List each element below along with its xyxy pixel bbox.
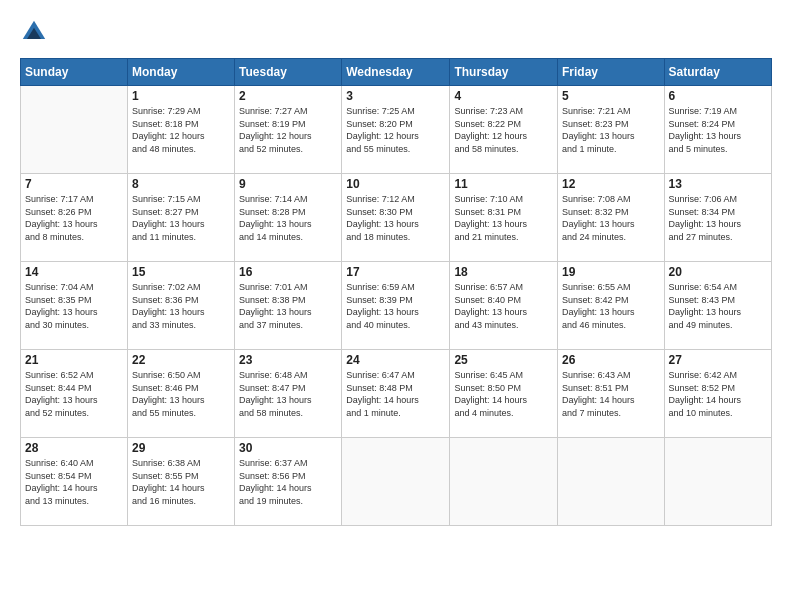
calendar-cell: 14Sunrise: 7:04 AM Sunset: 8:35 PM Dayli… <box>21 262 128 350</box>
day-number: 26 <box>562 353 660 367</box>
day-info: Sunrise: 7:12 AM Sunset: 8:30 PM Dayligh… <box>346 193 445 243</box>
day-info: Sunrise: 6:59 AM Sunset: 8:39 PM Dayligh… <box>346 281 445 331</box>
day-info: Sunrise: 7:08 AM Sunset: 8:32 PM Dayligh… <box>562 193 660 243</box>
calendar-cell <box>557 438 664 526</box>
calendar-cell: 13Sunrise: 7:06 AM Sunset: 8:34 PM Dayli… <box>664 174 771 262</box>
day-info: Sunrise: 7:15 AM Sunset: 8:27 PM Dayligh… <box>132 193 230 243</box>
day-number: 13 <box>669 177 767 191</box>
day-number: 5 <box>562 89 660 103</box>
calendar-cell: 27Sunrise: 6:42 AM Sunset: 8:52 PM Dayli… <box>664 350 771 438</box>
calendar-cell: 18Sunrise: 6:57 AM Sunset: 8:40 PM Dayli… <box>450 262 558 350</box>
calendar-cell: 24Sunrise: 6:47 AM Sunset: 8:48 PM Dayli… <box>342 350 450 438</box>
day-number: 2 <box>239 89 337 103</box>
calendar-cell: 23Sunrise: 6:48 AM Sunset: 8:47 PM Dayli… <box>235 350 342 438</box>
day-number: 27 <box>669 353 767 367</box>
calendar-cell: 25Sunrise: 6:45 AM Sunset: 8:50 PM Dayli… <box>450 350 558 438</box>
calendar-cell: 2Sunrise: 7:27 AM Sunset: 8:19 PM Daylig… <box>235 86 342 174</box>
calendar-cell: 29Sunrise: 6:38 AM Sunset: 8:55 PM Dayli… <box>127 438 234 526</box>
calendar-header-sunday: Sunday <box>21 59 128 86</box>
day-number: 12 <box>562 177 660 191</box>
main-container: SundayMondayTuesdayWednesdayThursdayFrid… <box>0 0 792 536</box>
day-info: Sunrise: 6:43 AM Sunset: 8:51 PM Dayligh… <box>562 369 660 419</box>
calendar-week-row: 14Sunrise: 7:04 AM Sunset: 8:35 PM Dayli… <box>21 262 772 350</box>
calendar-cell: 17Sunrise: 6:59 AM Sunset: 8:39 PM Dayli… <box>342 262 450 350</box>
calendar-cell: 19Sunrise: 6:55 AM Sunset: 8:42 PM Dayli… <box>557 262 664 350</box>
day-info: Sunrise: 7:10 AM Sunset: 8:31 PM Dayligh… <box>454 193 553 243</box>
calendar-cell: 10Sunrise: 7:12 AM Sunset: 8:30 PM Dayli… <box>342 174 450 262</box>
day-info: Sunrise: 6:47 AM Sunset: 8:48 PM Dayligh… <box>346 369 445 419</box>
day-number: 1 <box>132 89 230 103</box>
day-number: 11 <box>454 177 553 191</box>
header <box>20 18 772 46</box>
day-number: 9 <box>239 177 337 191</box>
day-number: 4 <box>454 89 553 103</box>
calendar-cell: 30Sunrise: 6:37 AM Sunset: 8:56 PM Dayli… <box>235 438 342 526</box>
day-number: 28 <box>25 441 123 455</box>
calendar-cell: 15Sunrise: 7:02 AM Sunset: 8:36 PM Dayli… <box>127 262 234 350</box>
day-info: Sunrise: 6:42 AM Sunset: 8:52 PM Dayligh… <box>669 369 767 419</box>
day-info: Sunrise: 7:17 AM Sunset: 8:26 PM Dayligh… <box>25 193 123 243</box>
calendar-cell: 8Sunrise: 7:15 AM Sunset: 8:27 PM Daylig… <box>127 174 234 262</box>
day-info: Sunrise: 6:37 AM Sunset: 8:56 PM Dayligh… <box>239 457 337 507</box>
day-info: Sunrise: 7:04 AM Sunset: 8:35 PM Dayligh… <box>25 281 123 331</box>
calendar-table: SundayMondayTuesdayWednesdayThursdayFrid… <box>20 58 772 526</box>
day-number: 24 <box>346 353 445 367</box>
day-number: 14 <box>25 265 123 279</box>
day-number: 15 <box>132 265 230 279</box>
day-number: 25 <box>454 353 553 367</box>
calendar-cell: 5Sunrise: 7:21 AM Sunset: 8:23 PM Daylig… <box>557 86 664 174</box>
calendar-cell: 22Sunrise: 6:50 AM Sunset: 8:46 PM Dayli… <box>127 350 234 438</box>
calendar-header-thursday: Thursday <box>450 59 558 86</box>
day-number: 30 <box>239 441 337 455</box>
day-info: Sunrise: 7:02 AM Sunset: 8:36 PM Dayligh… <box>132 281 230 331</box>
day-info: Sunrise: 6:48 AM Sunset: 8:47 PM Dayligh… <box>239 369 337 419</box>
calendar-cell: 26Sunrise: 6:43 AM Sunset: 8:51 PM Dayli… <box>557 350 664 438</box>
calendar-week-row: 7Sunrise: 7:17 AM Sunset: 8:26 PM Daylig… <box>21 174 772 262</box>
calendar-cell: 1Sunrise: 7:29 AM Sunset: 8:18 PM Daylig… <box>127 86 234 174</box>
day-number: 18 <box>454 265 553 279</box>
day-info: Sunrise: 7:23 AM Sunset: 8:22 PM Dayligh… <box>454 105 553 155</box>
calendar-week-row: 1Sunrise: 7:29 AM Sunset: 8:18 PM Daylig… <box>21 86 772 174</box>
day-info: Sunrise: 6:45 AM Sunset: 8:50 PM Dayligh… <box>454 369 553 419</box>
day-info: Sunrise: 7:06 AM Sunset: 8:34 PM Dayligh… <box>669 193 767 243</box>
calendar-cell <box>342 438 450 526</box>
calendar-cell: 4Sunrise: 7:23 AM Sunset: 8:22 PM Daylig… <box>450 86 558 174</box>
day-info: Sunrise: 7:19 AM Sunset: 8:24 PM Dayligh… <box>669 105 767 155</box>
calendar-cell <box>21 86 128 174</box>
day-number: 17 <box>346 265 445 279</box>
day-info: Sunrise: 7:25 AM Sunset: 8:20 PM Dayligh… <box>346 105 445 155</box>
calendar-header-friday: Friday <box>557 59 664 86</box>
day-info: Sunrise: 6:38 AM Sunset: 8:55 PM Dayligh… <box>132 457 230 507</box>
day-number: 8 <box>132 177 230 191</box>
calendar-cell: 9Sunrise: 7:14 AM Sunset: 8:28 PM Daylig… <box>235 174 342 262</box>
day-number: 10 <box>346 177 445 191</box>
calendar-cell: 21Sunrise: 6:52 AM Sunset: 8:44 PM Dayli… <box>21 350 128 438</box>
calendar-cell: 11Sunrise: 7:10 AM Sunset: 8:31 PM Dayli… <box>450 174 558 262</box>
day-number: 16 <box>239 265 337 279</box>
day-info: Sunrise: 7:14 AM Sunset: 8:28 PM Dayligh… <box>239 193 337 243</box>
day-info: Sunrise: 6:57 AM Sunset: 8:40 PM Dayligh… <box>454 281 553 331</box>
calendar-cell <box>450 438 558 526</box>
calendar-week-row: 21Sunrise: 6:52 AM Sunset: 8:44 PM Dayli… <box>21 350 772 438</box>
day-info: Sunrise: 6:55 AM Sunset: 8:42 PM Dayligh… <box>562 281 660 331</box>
logo <box>20 18 52 46</box>
day-number: 22 <box>132 353 230 367</box>
day-number: 21 <box>25 353 123 367</box>
day-info: Sunrise: 6:52 AM Sunset: 8:44 PM Dayligh… <box>25 369 123 419</box>
calendar-cell: 20Sunrise: 6:54 AM Sunset: 8:43 PM Dayli… <box>664 262 771 350</box>
calendar-header-wednesday: Wednesday <box>342 59 450 86</box>
day-info: Sunrise: 7:27 AM Sunset: 8:19 PM Dayligh… <box>239 105 337 155</box>
day-number: 23 <box>239 353 337 367</box>
calendar-cell: 7Sunrise: 7:17 AM Sunset: 8:26 PM Daylig… <box>21 174 128 262</box>
calendar-cell: 16Sunrise: 7:01 AM Sunset: 8:38 PM Dayli… <box>235 262 342 350</box>
day-number: 6 <box>669 89 767 103</box>
calendar-week-row: 28Sunrise: 6:40 AM Sunset: 8:54 PM Dayli… <box>21 438 772 526</box>
calendar-cell: 28Sunrise: 6:40 AM Sunset: 8:54 PM Dayli… <box>21 438 128 526</box>
calendar-header-monday: Monday <box>127 59 234 86</box>
calendar-header-tuesday: Tuesday <box>235 59 342 86</box>
day-number: 29 <box>132 441 230 455</box>
calendar-header-saturday: Saturday <box>664 59 771 86</box>
calendar-cell: 6Sunrise: 7:19 AM Sunset: 8:24 PM Daylig… <box>664 86 771 174</box>
day-info: Sunrise: 6:50 AM Sunset: 8:46 PM Dayligh… <box>132 369 230 419</box>
day-info: Sunrise: 7:01 AM Sunset: 8:38 PM Dayligh… <box>239 281 337 331</box>
